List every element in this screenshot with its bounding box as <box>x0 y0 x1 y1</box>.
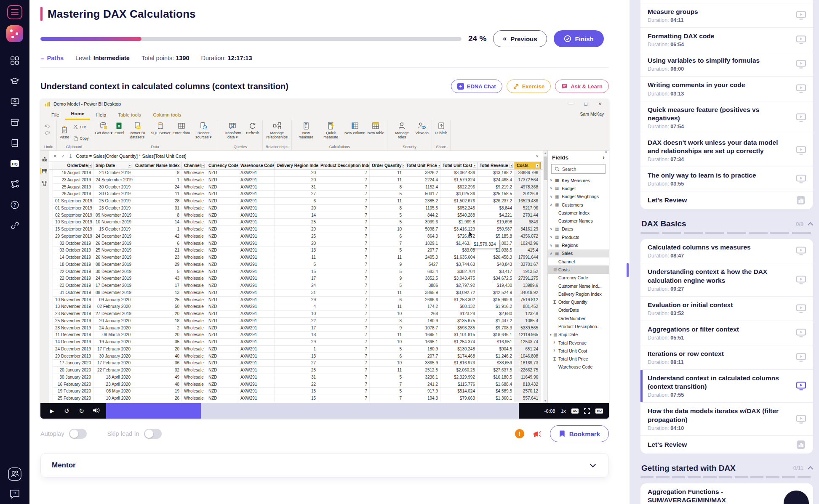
row-selector[interactable] <box>49 381 53 388</box>
lesson-item[interactable]: DAX doesn't work unless your data model … <box>640 134 813 167</box>
playback-speed[interactable]: 1x <box>561 409 566 414</box>
row-selector[interactable] <box>49 226 53 233</box>
field-tree-item[interactable]: Total Revenue <box>548 339 609 347</box>
grid-column-header[interactable]: OrderDate <box>53 162 93 169</box>
field-tree-item[interactable]: Customer Names <box>548 217 609 225</box>
table-row[interactable]: 03 October 201925 November 201921Wholesa… <box>49 247 543 254</box>
lesson-item[interactable]: Writing comments in your code Duration: … <box>640 76 813 101</box>
grid-column-header[interactable]: Ship Date <box>93 162 133 169</box>
paths-link[interactable]: ≡Paths <box>40 55 64 61</box>
row-selector[interactable] <box>49 360 53 367</box>
resources-icon[interactable] <box>9 117 21 128</box>
ribbon-button[interactable]: Manage roles <box>390 122 413 140</box>
row-selector[interactable] <box>49 254 53 261</box>
links-icon[interactable] <box>9 220 21 231</box>
chevron-up-icon[interactable] <box>808 222 813 228</box>
table-row[interactable]: 14 December 201919 January 202035Wholesa… <box>49 339 543 346</box>
row-selector[interactable] <box>49 212 53 219</box>
table-row[interactable]: 18 October 201908 December 201929Wholesa… <box>49 261 543 268</box>
restore-icon[interactable]: □ <box>584 101 587 107</box>
hq-icon[interactable]: HQ <box>9 158 21 170</box>
field-tree-item[interactable]: Warehouse Code <box>548 363 609 371</box>
lesson-action-button[interactable]: + Exercise <box>507 80 551 93</box>
formula-bar[interactable]: ✕ ✓ 1 Costs = Sales[Order Quantity] * Sa… <box>49 151 543 162</box>
grid-column-header[interactable]: Total Revenue <box>478 162 515 169</box>
ribbon-tab[interactable]: Home <box>65 109 91 120</box>
field-tree-item[interactable]: Total Unit Cost <box>548 347 609 355</box>
ribbon-button[interactable] <box>44 124 51 130</box>
tree-chevron-icon[interactable]: ▸ <box>550 333 553 337</box>
ribbon-button[interactable]: Copy <box>73 136 89 141</box>
ribbon-button[interactable]: SQL Server <box>151 122 171 135</box>
row-selector[interactable] <box>49 318 53 325</box>
table-row[interactable]: 01 September 201923 October 201931Wholes… <box>49 205 543 212</box>
row-selector[interactable] <box>49 367 53 374</box>
field-tree-item[interactable]: ∨ Products <box>548 233 609 241</box>
row-selector[interactable] <box>49 191 53 198</box>
ribbon-button[interactable]: Recent sources ▾ <box>192 122 215 140</box>
courses-icon[interactable] <box>9 75 21 87</box>
fields-search-input[interactable]: Search <box>551 164 606 174</box>
grid-column-header[interactable]: Total Unit Price <box>404 162 440 169</box>
tree-chevron-icon[interactable]: ∨ <box>550 244 555 247</box>
table-row[interactable]: 02 September 201909 November 20198Wholes… <box>49 212 543 219</box>
tree-chevron-icon[interactable]: ∨ <box>550 235 555 239</box>
row-selector[interactable] <box>49 289 53 297</box>
timeline-played[interactable] <box>106 403 201 419</box>
row-selector[interactable] <box>49 339 53 346</box>
row-selector[interactable] <box>49 170 53 177</box>
ribbon-button[interactable]: Quick measure <box>320 122 342 140</box>
grid-column-header[interactable]: Order Quantity <box>370 162 404 169</box>
field-tree-item[interactable]: ∧ Sales <box>548 249 609 257</box>
lesson-item[interactable]: Calculated columns vs measures Duration:… <box>640 239 813 263</box>
table-row[interactable]: 14 October 201926 November 201923Wholesa… <box>49 254 543 261</box>
bookmark-button[interactable]: Bookmark <box>550 425 609 442</box>
close-icon[interactable]: × <box>598 101 601 107</box>
ribbon-tab[interactable]: Help <box>90 111 112 120</box>
chevron-down-icon[interactable] <box>590 461 596 467</box>
lesson-item[interactable]: Iterations or row context Duration: 08:1… <box>640 345 813 369</box>
field-tree-item[interactable]: Total Unit Price <box>548 355 609 363</box>
tree-chevron-icon[interactable]: ∨ <box>550 195 555 199</box>
field-tree-item[interactable]: ∨ Key Measures <box>548 176 609 184</box>
grid-column-header[interactable]: Total Unit Cost <box>440 162 478 169</box>
ribbon-tab[interactable]: Table tools <box>112 111 147 120</box>
row-selector[interactable] <box>49 303 53 310</box>
mentor-panel[interactable]: Mentor <box>40 453 609 477</box>
field-tree-item[interactable]: ∨ Regions <box>548 241 609 249</box>
row-selector[interactable] <box>49 388 53 395</box>
ribbon-button[interactable] <box>44 131 51 136</box>
row-selector[interactable] <box>49 395 53 402</box>
lesson-action-button[interactable]: + EDNA Chat <box>451 80 502 93</box>
table-row[interactable]: 22 October 201924 November 201943Wholesa… <box>49 275 543 282</box>
table-row[interactable]: 23 August 201924 September 20191Wholesal… <box>49 177 543 184</box>
scroll-indicator[interactable] <box>627 263 629 277</box>
field-tree-item[interactable]: OrderDate <box>548 306 609 314</box>
table-row[interactable]: 29 December 201930 January 202040Wholesa… <box>49 353 543 360</box>
tree-chevron-icon[interactable]: ∨ <box>550 186 555 190</box>
ribbon-button[interactable]: View as <box>415 122 428 135</box>
grid-column-header[interactable]: Customer Name Index <box>133 162 182 169</box>
table-row[interactable]: 19 February 202008 May 202019WholesaleNZ… <box>49 388 543 395</box>
quality-button[interactable]: HD <box>595 409 603 414</box>
menu-icon[interactable] <box>7 5 22 19</box>
row-selector[interactable] <box>49 184 53 191</box>
section-header[interactable]: DAX Basics 0/8 <box>641 219 812 228</box>
table-row[interactable]: 10 November 201909 January 202025Wholesa… <box>49 297 543 304</box>
lesson-action-button[interactable]: + Ask & Learn <box>555 80 609 93</box>
ribbon-tab[interactable]: Column tools <box>147 111 187 120</box>
table-row[interactable]: 02 October 201926 December 20196Wholesal… <box>49 240 543 247</box>
table-row[interactable]: 01 September 201925 October 201928Wholes… <box>49 198 543 205</box>
ribbon-button[interactable]: Refresh <box>246 122 259 135</box>
timeline-remaining[interactable] <box>201 403 519 419</box>
section-header[interactable]: Getting started with DAX 0/11 <box>641 464 812 473</box>
webinar-icon[interactable] <box>9 96 21 108</box>
scroll-down-icon[interactable]: ▼ <box>544 398 547 403</box>
table-row[interactable]: 25 August 201930 October 201924Wholesale… <box>49 184 543 191</box>
rewind-button[interactable]: ↺ <box>59 407 74 415</box>
row-selector[interactable] <box>49 275 53 282</box>
lesson-item[interactable]: The only way to learn is to practice Dur… <box>640 167 813 191</box>
lesson-item[interactable]: Formatting DAX code Duration: 06:54 <box>640 27 813 52</box>
ribbon-button[interactable]: Cut <box>73 124 89 130</box>
field-tree-item[interactable]: Currency Code <box>548 274 609 282</box>
